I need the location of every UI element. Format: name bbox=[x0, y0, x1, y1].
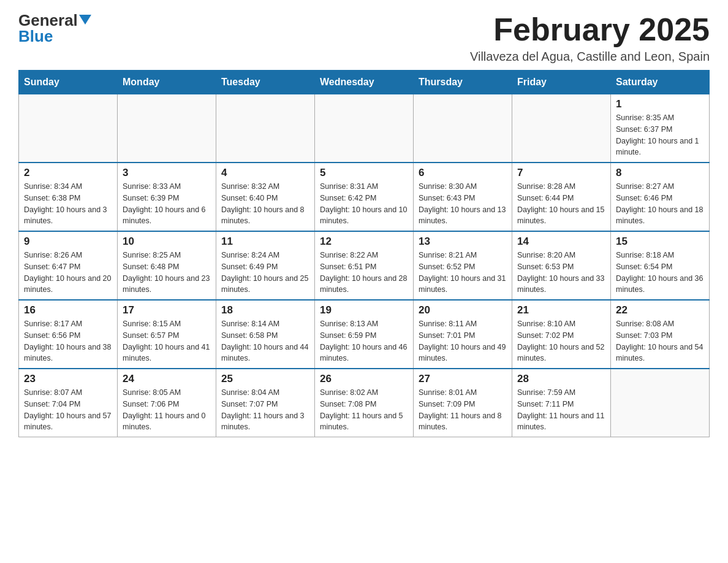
day-info: Sunrise: 8:21 AMSunset: 6:52 PMDaylight:… bbox=[419, 250, 507, 296]
day-number: 25 bbox=[221, 373, 309, 385]
calendar-day-cell: 25Sunrise: 8:04 AMSunset: 7:07 PMDayligh… bbox=[216, 369, 315, 437]
day-number: 13 bbox=[419, 236, 507, 248]
calendar-day-cell: 7Sunrise: 8:28 AMSunset: 6:44 PMDaylight… bbox=[512, 163, 611, 231]
day-info: Sunrise: 8:04 AMSunset: 7:07 PMDaylight:… bbox=[221, 387, 309, 433]
day-number: 5 bbox=[320, 167, 408, 179]
calendar-day-cell: 20Sunrise: 8:11 AMSunset: 7:01 PMDayligh… bbox=[414, 300, 512, 369]
day-info: Sunrise: 8:32 AMSunset: 6:40 PMDaylight:… bbox=[221, 181, 309, 227]
day-info: Sunrise: 8:15 AMSunset: 6:57 PMDaylight:… bbox=[123, 318, 211, 364]
calendar-day-cell: 4Sunrise: 8:32 AMSunset: 6:40 PMDaylight… bbox=[216, 163, 315, 231]
day-info: Sunrise: 8:18 AMSunset: 6:54 PMDaylight:… bbox=[616, 250, 704, 296]
calendar-day-cell: 21Sunrise: 8:10 AMSunset: 7:02 PMDayligh… bbox=[512, 300, 611, 369]
day-number: 28 bbox=[517, 373, 605, 385]
month-title: February 2025 bbox=[470, 12, 710, 47]
day-number: 1 bbox=[616, 98, 704, 110]
title-block: February 2025 Villaveza del Agua, Castil… bbox=[470, 12, 710, 64]
calendar-day-cell: 24Sunrise: 8:05 AMSunset: 7:06 PMDayligh… bbox=[118, 369, 216, 437]
day-number: 4 bbox=[221, 167, 309, 179]
day-info: Sunrise: 8:27 AMSunset: 6:46 PMDaylight:… bbox=[616, 181, 704, 227]
day-number: 16 bbox=[24, 304, 112, 316]
calendar-day-cell: 18Sunrise: 8:14 AMSunset: 6:58 PMDayligh… bbox=[216, 300, 315, 369]
day-info: Sunrise: 8:08 AMSunset: 7:03 PMDaylight:… bbox=[616, 318, 704, 364]
day-number: 14 bbox=[517, 236, 605, 248]
day-of-week-header: Sunday bbox=[19, 71, 118, 94]
day-number: 18 bbox=[221, 304, 309, 316]
calendar-day-cell: 12Sunrise: 8:22 AMSunset: 6:51 PMDayligh… bbox=[315, 231, 414, 300]
calendar-day-cell: 26Sunrise: 8:02 AMSunset: 7:08 PMDayligh… bbox=[315, 369, 414, 437]
day-info: Sunrise: 8:31 AMSunset: 6:42 PMDaylight:… bbox=[320, 181, 408, 227]
day-number: 27 bbox=[419, 373, 507, 385]
day-info: Sunrise: 8:25 AMSunset: 6:48 PMDaylight:… bbox=[123, 250, 211, 296]
day-info: Sunrise: 8:17 AMSunset: 6:56 PMDaylight:… bbox=[24, 318, 112, 364]
location-subtitle: Villaveza del Agua, Castille and Leon, S… bbox=[470, 50, 710, 64]
day-info: Sunrise: 8:22 AMSunset: 6:51 PMDaylight:… bbox=[320, 250, 408, 296]
calendar-day-cell: 19Sunrise: 8:13 AMSunset: 6:59 PMDayligh… bbox=[315, 300, 414, 369]
day-info: Sunrise: 8:10 AMSunset: 7:02 PMDaylight:… bbox=[517, 318, 605, 364]
day-of-week-header: Thursday bbox=[414, 71, 512, 94]
logo-arrow-icon bbox=[79, 15, 91, 27]
logo-general-word: General bbox=[18, 12, 78, 28]
calendar-week-row: 23Sunrise: 8:07 AMSunset: 7:04 PMDayligh… bbox=[19, 369, 710, 437]
day-of-week-header: Saturday bbox=[611, 71, 710, 94]
calendar-week-row: 9Sunrise: 8:26 AMSunset: 6:47 PMDaylight… bbox=[19, 231, 710, 300]
calendar-day-cell bbox=[19, 94, 118, 163]
calendar-day-cell: 15Sunrise: 8:18 AMSunset: 6:54 PMDayligh… bbox=[611, 231, 710, 300]
calendar-day-cell: 8Sunrise: 8:27 AMSunset: 6:46 PMDaylight… bbox=[611, 163, 710, 231]
day-number: 21 bbox=[517, 304, 605, 316]
day-info: Sunrise: 8:05 AMSunset: 7:06 PMDaylight:… bbox=[123, 387, 211, 433]
day-number: 2 bbox=[24, 167, 112, 179]
calendar-week-row: 2Sunrise: 8:34 AMSunset: 6:38 PMDaylight… bbox=[19, 163, 710, 231]
day-of-week-header: Monday bbox=[118, 71, 216, 94]
calendar-day-cell: 14Sunrise: 8:20 AMSunset: 6:53 PMDayligh… bbox=[512, 231, 611, 300]
day-info: Sunrise: 8:20 AMSunset: 6:53 PMDaylight:… bbox=[517, 250, 605, 296]
day-info: Sunrise: 8:26 AMSunset: 6:47 PMDaylight:… bbox=[24, 250, 112, 296]
day-number: 12 bbox=[320, 236, 408, 248]
day-of-week-header: Friday bbox=[512, 71, 611, 94]
calendar-day-cell bbox=[611, 369, 710, 437]
day-number: 6 bbox=[419, 167, 507, 179]
calendar-day-cell: 10Sunrise: 8:25 AMSunset: 6:48 PMDayligh… bbox=[118, 231, 216, 300]
calendar-day-cell: 11Sunrise: 8:24 AMSunset: 6:49 PMDayligh… bbox=[216, 231, 315, 300]
calendar-day-cell bbox=[216, 94, 315, 163]
svg-marker-0 bbox=[79, 15, 91, 25]
calendar-header-row: SundayMondayTuesdayWednesdayThursdayFrid… bbox=[19, 71, 710, 94]
day-number: 26 bbox=[320, 373, 408, 385]
calendar-day-cell: 28Sunrise: 7:59 AMSunset: 7:11 PMDayligh… bbox=[512, 369, 611, 437]
calendar-day-cell: 2Sunrise: 8:34 AMSunset: 6:38 PMDaylight… bbox=[19, 163, 118, 231]
day-info: Sunrise: 8:28 AMSunset: 6:44 PMDaylight:… bbox=[517, 181, 605, 227]
day-number: 7 bbox=[517, 167, 605, 179]
calendar-day-cell: 3Sunrise: 8:33 AMSunset: 6:39 PMDaylight… bbox=[118, 163, 216, 231]
logo-wordmark: General Blue bbox=[18, 12, 91, 44]
day-number: 8 bbox=[616, 167, 704, 179]
page-header: General Blue February 2025 Villaveza del… bbox=[18, 12, 710, 64]
calendar-week-row: 1Sunrise: 8:35 AMSunset: 6:37 PMDaylight… bbox=[19, 94, 710, 163]
day-number: 9 bbox=[24, 236, 112, 248]
day-info: Sunrise: 8:02 AMSunset: 7:08 PMDaylight:… bbox=[320, 387, 408, 433]
day-of-week-header: Wednesday bbox=[315, 71, 414, 94]
calendar-day-cell bbox=[118, 94, 216, 163]
calendar-week-row: 16Sunrise: 8:17 AMSunset: 6:56 PMDayligh… bbox=[19, 300, 710, 369]
day-info: Sunrise: 8:35 AMSunset: 6:37 PMDaylight:… bbox=[616, 112, 704, 158]
day-info: Sunrise: 8:24 AMSunset: 6:49 PMDaylight:… bbox=[221, 250, 309, 296]
calendar-day-cell: 22Sunrise: 8:08 AMSunset: 7:03 PMDayligh… bbox=[611, 300, 710, 369]
calendar-day-cell: 27Sunrise: 8:01 AMSunset: 7:09 PMDayligh… bbox=[414, 369, 512, 437]
day-info: Sunrise: 8:14 AMSunset: 6:58 PMDaylight:… bbox=[221, 318, 309, 364]
calendar-day-cell: 13Sunrise: 8:21 AMSunset: 6:52 PMDayligh… bbox=[414, 231, 512, 300]
calendar-day-cell: 6Sunrise: 8:30 AMSunset: 6:43 PMDaylight… bbox=[414, 163, 512, 231]
day-info: Sunrise: 7:59 AMSunset: 7:11 PMDaylight:… bbox=[517, 387, 605, 433]
day-of-week-header: Tuesday bbox=[216, 71, 315, 94]
calendar-day-cell bbox=[512, 94, 611, 163]
calendar-day-cell: 1Sunrise: 8:35 AMSunset: 6:37 PMDaylight… bbox=[611, 94, 710, 163]
day-info: Sunrise: 8:01 AMSunset: 7:09 PMDaylight:… bbox=[419, 387, 507, 433]
calendar-day-cell: 23Sunrise: 8:07 AMSunset: 7:04 PMDayligh… bbox=[19, 369, 118, 437]
calendar-day-cell: 17Sunrise: 8:15 AMSunset: 6:57 PMDayligh… bbox=[118, 300, 216, 369]
logo-blue-text: Blue bbox=[18, 28, 91, 44]
day-info: Sunrise: 8:33 AMSunset: 6:39 PMDaylight:… bbox=[123, 181, 211, 227]
day-info: Sunrise: 8:07 AMSunset: 7:04 PMDaylight:… bbox=[24, 387, 112, 433]
day-number: 11 bbox=[221, 236, 309, 248]
day-info: Sunrise: 8:11 AMSunset: 7:01 PMDaylight:… bbox=[419, 318, 507, 364]
day-info: Sunrise: 8:30 AMSunset: 6:43 PMDaylight:… bbox=[419, 181, 507, 227]
day-number: 15 bbox=[616, 236, 704, 248]
day-info: Sunrise: 8:34 AMSunset: 6:38 PMDaylight:… bbox=[24, 181, 112, 227]
calendar-day-cell: 16Sunrise: 8:17 AMSunset: 6:56 PMDayligh… bbox=[19, 300, 118, 369]
